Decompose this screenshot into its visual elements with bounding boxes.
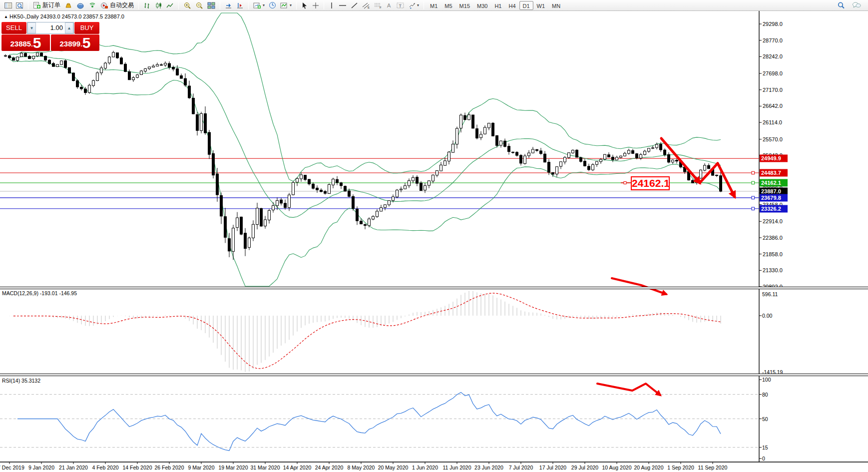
candlestick-series [4,51,722,260]
search-icon[interactable] [835,0,847,10]
date-axis-label: 27 Dec 2019 [0,465,24,471]
volume-input[interactable]: 1.00 [36,22,65,33]
sell-price-main: 23885 [10,37,31,50]
arrow-objects-button[interactable]: ▾ [406,0,421,10]
rsi-axis-label: 80 [762,392,802,398]
date-axis-label: 23 Jun 2020 [474,465,503,471]
equidistant-channel-tool-icon[interactable]: E [360,0,372,10]
timeframe-button-W1[interactable]: W1 [533,1,549,10]
date-axis-label: 1 Jun 2020 [412,465,438,471]
timeframe-button-M30[interactable]: M30 [473,1,491,10]
buy-button[interactable]: BUY [74,22,99,34]
vertical-line-tool-icon[interactable] [327,0,337,10]
price-axis-label: 26642.0 [763,103,798,109]
buy-price-pips: 5 [82,35,91,50]
price-level-tag: 23326.2 [760,205,788,212]
svg-text:E: E [368,6,370,9]
bar-chart-mode-icon[interactable] [141,0,153,10]
rsi-indicator-label: RSI(14) 35.3132 [2,378,40,384]
gold-symbol-icon[interactable] [62,0,74,10]
fibonacci-tool-icon[interactable]: F [372,0,384,10]
timeframe-button-M15[interactable]: M15 [456,1,473,10]
trend-arrow-rsi[interactable] [597,384,660,395]
date-axis-label: 8 May 2020 [348,465,375,471]
timeframe-button-H4[interactable]: H4 [505,1,519,10]
timeframe-button-M1[interactable]: M1 [427,1,441,10]
level-line-marker[interactable] [752,196,755,199]
volume-increase-button[interactable]: ▲ [65,22,73,33]
chat-icon[interactable] [850,0,863,10]
price-axis-label: 22914.0 [763,218,798,224]
collapse-triangle-icon[interactable]: ▲ [4,14,8,19]
signal-icon[interactable] [86,0,98,10]
timeframe-button-D1[interactable]: D1 [519,1,533,10]
macd-signal-line [13,293,721,369]
text-tool-icon[interactable]: A [384,0,395,10]
trend-arrow-macd[interactable] [612,278,666,294]
new-order-button[interactable]: 新订单 [31,0,62,10]
tile-windows-icon[interactable] [205,0,217,10]
crosshair-tool-icon[interactable] [310,0,321,10]
date-axis-label: 29 Jul 2020 [571,465,598,471]
period-clock-icon[interactable] [267,0,278,10]
text-label-tool-icon[interactable]: T [395,0,406,10]
price-level-tag: 23679.8 [760,194,788,201]
auto-trading-label: 自动交易 [110,1,134,9]
candlestick-mode-icon[interactable] [153,0,164,10]
new-chart-button[interactable]: ▾ [251,0,267,10]
date-axis-label: 1 Sep 2020 [667,465,694,471]
macd-histogram [5,291,721,372]
price-annotation-box[interactable]: 24162.1 [631,176,670,190]
date-axis-label: 10 Aug 2020 [602,465,632,471]
auto-scroll-icon[interactable] [223,0,234,10]
zoom-in-icon[interactable] [181,0,193,10]
date-axis-label: 4 Feb 2020 [92,465,118,471]
chart-ohlc-header: ▲ HK50-,Daily 24393.0 24573.0 23857.5 23… [4,13,124,19]
rsi-axis-label: 15 [762,445,802,451]
level-line-marker[interactable] [752,171,755,174]
date-axis-label: 26 Feb 2020 [155,465,184,471]
volume-spinner: ▼ 1.00 ▲ [27,22,74,34]
main-toolbar: 新订单 自动交易 [0,0,868,11]
volume-decrease-button[interactable]: ▼ [27,22,36,33]
zoom-out-icon[interactable] [193,0,205,10]
date-axis-label: 19 Mar 2020 [219,465,248,471]
sell-price-display[interactable]: 23885.5 [1,34,50,51]
horizontal-line-tool-icon[interactable] [337,0,349,10]
rsi-axis-label: 50 [762,416,802,422]
date-axis-label: 21 Jan 2020 [59,465,88,471]
rsi-panel-splitter[interactable] [0,374,868,376]
level-line-marker[interactable] [752,181,755,184]
timeframe-button-M5[interactable]: M5 [441,1,455,10]
chart-shift-icon[interactable] [234,0,246,10]
price-axis-label: 21858.0 [763,251,798,257]
price-axis-label: 25570.0 [763,136,798,142]
market-watch-icon[interactable] [2,0,14,10]
rsi-axis-label: 100 [762,377,802,383]
timeframe-button-MN[interactable]: MN [548,1,564,10]
timeframe-toolbar: M1M5M15M30H1H4D1W1MN [425,0,565,11]
indicators-caret: ▾ [290,3,292,7]
trendline-tool-icon[interactable] [349,0,360,10]
date-axis-label: 14 Apr 2020 [283,465,312,471]
buy-price-display[interactable]: 23899.5 [51,34,99,51]
price-axis-label: 27698.0 [763,70,798,76]
indicators-button[interactable]: ▾ [278,0,294,10]
cursor-tool-icon[interactable] [299,0,310,10]
navigator-icon[interactable] [14,0,25,10]
macd-panel-splitter[interactable] [0,287,868,289]
level-line-marker[interactable] [752,207,755,210]
timeframe-button-H1[interactable]: H1 [491,1,505,10]
bollinger-upper-band [9,13,721,181]
date-axis-label: 9 Mar 2020 [188,465,214,471]
price-axis-label: 28770.0 [763,37,798,43]
auto-trading-button[interactable]: 自动交易 [98,0,136,10]
sell-button[interactable]: SELL [1,22,26,34]
chart-symbol-label: HK50-,Daily [9,13,39,19]
price-level-tag: 24483.7 [760,169,788,177]
market-depth-icon[interactable] [74,0,86,10]
line-chart-mode-icon[interactable] [164,0,176,10]
price-axis-label: 26114.0 [763,119,798,125]
chart-canvas[interactable] [0,0,868,472]
date-axis-label: 20 May 2020 [378,465,409,471]
